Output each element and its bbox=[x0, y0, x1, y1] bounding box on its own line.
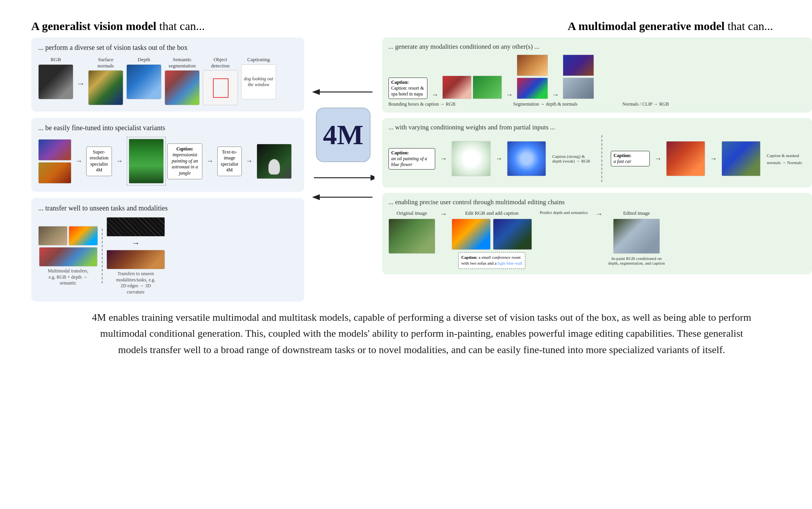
img-sr-1 bbox=[38, 139, 71, 161]
img-flower-blue bbox=[507, 141, 546, 176]
img-pair-1 bbox=[442, 76, 502, 99]
img-room-depth-small bbox=[69, 226, 98, 246]
original-img-col: Original image bbox=[388, 210, 435, 254]
left-panel: ... perform a diverse set of vision task… bbox=[31, 37, 304, 302]
arrow-right-middle bbox=[312, 170, 374, 186]
varying-cond-box: ... with varying conditioning weights an… bbox=[382, 118, 812, 187]
gen-labels: Bounding boxes & caption → RGB Segmentat… bbox=[388, 101, 806, 107]
img-forest bbox=[129, 139, 164, 184]
img-car-normals bbox=[666, 141, 705, 176]
editing-chains-box: ... enabling precise user control throug… bbox=[382, 193, 812, 274]
task-object-detect: Objectdetection bbox=[203, 57, 238, 105]
right-title: A multimodal generative model that can..… bbox=[567, 19, 812, 33]
img-astronaut bbox=[257, 144, 292, 179]
arrow-edit1: → bbox=[440, 210, 447, 218]
right-title-bold: A multimodal generative model bbox=[567, 19, 724, 32]
task-rgb: RGB bbox=[38, 57, 73, 99]
edited-col: Edited image In-paint RGB conditioned on… bbox=[607, 210, 666, 265]
label-bbox: Bounding boxes & caption → RGB bbox=[388, 101, 459, 107]
img-couch bbox=[517, 55, 548, 76]
img-hotel-1 bbox=[442, 76, 472, 99]
caption-conference-room: Caption: a small conference roomwith two… bbox=[458, 252, 526, 269]
label-inpaint: In-paint RGB conditioned on depth, segme… bbox=[607, 256, 666, 265]
arrow-sr: → bbox=[75, 157, 82, 165]
gen-modal-row: Caption:Caption: resort & spa hotel in n… bbox=[388, 55, 806, 99]
left-title-bold: A generalist vision model bbox=[31, 19, 156, 32]
img-room-depth-edit bbox=[452, 219, 491, 250]
img-edges bbox=[106, 217, 165, 237]
img-object-detect bbox=[203, 70, 238, 105]
label-seg: Segmentation → depth & normals bbox=[513, 101, 583, 107]
transfer-label-2: Transfers to unseen modalities/tasks, e.… bbox=[114, 271, 157, 295]
img-caption: dog looking out the window bbox=[241, 64, 276, 99]
arrow-flower2: → bbox=[495, 155, 502, 163]
arrow-left-bottom bbox=[312, 189, 374, 205]
center-section: 4M bbox=[304, 37, 382, 302]
img-seg-room bbox=[517, 78, 548, 99]
blue-wall-text: light blue wall bbox=[498, 261, 523, 265]
task-captioning: Captioning dog looking out the window bbox=[241, 57, 276, 99]
img-sr-2 bbox=[38, 162, 71, 184]
arrow-flower1: → bbox=[440, 155, 447, 163]
edge-lines bbox=[107, 217, 165, 236]
arrow-car1: → bbox=[654, 155, 661, 163]
label-vary-2: Caption & masked normals → Normals bbox=[767, 153, 802, 165]
specialist-t2i-box: Text-to-imagespecialist4M bbox=[217, 147, 242, 176]
img-room-original bbox=[388, 219, 435, 254]
img-room-rgb bbox=[38, 226, 67, 246]
right-panel: ... generate any modalities conditioned … bbox=[382, 37, 812, 302]
img-depth bbox=[126, 64, 161, 99]
arrow-1: → bbox=[76, 79, 85, 89]
task-surface-normals: Surfacenormals bbox=[88, 57, 123, 105]
img-normals-right bbox=[563, 55, 594, 76]
img-stack-sr bbox=[38, 139, 71, 184]
transfer-subtitle: ... transfer well to unseen tasks and mo… bbox=[38, 204, 297, 212]
img-flower-white bbox=[452, 141, 491, 176]
task-depth: Depth bbox=[126, 57, 161, 99]
astronaut-figure bbox=[268, 159, 280, 175]
vision-tasks-box: ... perform a diverse set of vision task… bbox=[31, 37, 304, 111]
vision-tasks-row: RGB → Surfacenormals Depth Semanticsegme… bbox=[38, 57, 297, 105]
img-rgb bbox=[38, 64, 73, 99]
caption-resort: Caption:Caption: resort & spa hotel in n… bbox=[388, 78, 427, 99]
arrow-edit2: → bbox=[596, 210, 603, 218]
finetune-subtitle: ... be easily fine-tuned into specialist… bbox=[38, 124, 297, 132]
edit-col: Edit RGB and add caption Caption: a smal… bbox=[452, 210, 532, 269]
transfer-label-1: Multimodal transfers, e.g. RGB + depth →… bbox=[47, 268, 90, 286]
finetune-row: → Super-resolutionspecialist4M → Caption… bbox=[38, 137, 297, 186]
generate-modalities-box: ... generate any modalities conditioned … bbox=[382, 37, 812, 113]
editing-row: Original image → Edit RGB and add captio… bbox=[388, 210, 806, 269]
caption-flower: Caption:an oil painting of a blue flower bbox=[388, 148, 435, 170]
arrow-t2i2: → bbox=[246, 157, 253, 165]
img-pool bbox=[473, 76, 502, 99]
4m-box: 4M bbox=[316, 108, 371, 162]
arrow-gen2: → bbox=[506, 91, 513, 99]
arrow-edges: → bbox=[131, 238, 140, 248]
edit-label: Edit RGB and add caption bbox=[465, 210, 518, 216]
img-room-edited bbox=[613, 219, 660, 254]
label-vary-1: Caption (strong) & depth (weak) → RGB bbox=[552, 154, 593, 163]
dashed-divider-vary bbox=[601, 135, 602, 182]
arrow-sr2: → bbox=[116, 157, 123, 165]
img-room-small bbox=[563, 78, 594, 99]
caption-car: Caption:a fast car bbox=[611, 151, 650, 166]
dashed-divider-transfer bbox=[102, 229, 103, 283]
generate-subtitle: ... generate any modalities conditioned … bbox=[388, 43, 806, 51]
img-room-seg-edit bbox=[493, 219, 532, 250]
transfer-box: ... transfer well to unseen tasks and mo… bbox=[31, 198, 304, 301]
img-3d-curv bbox=[106, 250, 165, 269]
arrow-car2: → bbox=[710, 155, 717, 163]
img-semantic-transfer bbox=[39, 247, 98, 267]
caption-impressionist: Caption:impressionist painting of an ast… bbox=[167, 143, 202, 179]
vision-tasks-subtitle: ... perform a diverse set of vision task… bbox=[38, 44, 297, 52]
left-title: A generalist vision model that can... bbox=[31, 19, 205, 33]
detect-box bbox=[213, 78, 229, 98]
arrow-t2i: → bbox=[206, 157, 213, 165]
transfer-row: Multimodal transfers, e.g. RGB + depth →… bbox=[38, 217, 297, 295]
img-surface-normals bbox=[88, 70, 123, 105]
label-normals-clip: Normals / CLIP → RGB bbox=[622, 101, 669, 107]
label-predict-depth: Predict depth and semantics bbox=[540, 210, 588, 215]
task-semantic: Semanticsegmentation bbox=[165, 57, 200, 105]
editing-subtitle: ... enabling precise user control throug… bbox=[388, 198, 806, 206]
caption-text: dog looking out the window bbox=[243, 76, 274, 88]
